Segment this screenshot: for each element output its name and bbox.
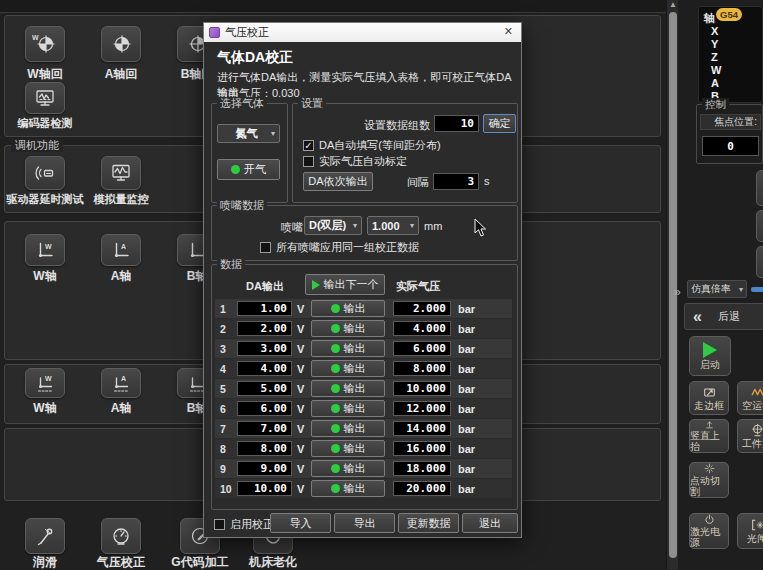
da-output-input[interactable]: 2.00 xyxy=(237,321,292,336)
dry-run-button[interactable]: 空运行 xyxy=(737,381,763,415)
import-button[interactable]: 导入 xyxy=(270,513,331,533)
da-sequential-button[interactable]: DA依次输出 xyxy=(303,172,373,191)
output-button[interactable]: 输出 xyxy=(311,320,385,337)
actual-pressure-input[interactable]: 6.000 xyxy=(393,341,451,356)
pressure-calibration-dialog: 气压校正 ✕ 气体DA校正 进行气体DA输出，测量实际气压填入表格，即可校正气体… xyxy=(203,22,522,538)
jog-cut-label: 点动切割 xyxy=(690,475,728,497)
focus-position-input[interactable]: 0 xyxy=(702,136,759,156)
actual-pressure-input[interactable]: 4.000 xyxy=(393,321,451,336)
output-button[interactable]: 输出 xyxy=(311,360,385,377)
pressure-unit: bar xyxy=(458,383,475,395)
w-axis-button[interactable]: W xyxy=(25,234,65,266)
data-count-input[interactable]: 10 xyxy=(434,115,479,132)
interval-input[interactable]: 3 xyxy=(433,173,479,190)
nozzle-type-value: D(双层) xyxy=(309,218,346,233)
w-axis-home-button[interactable]: W xyxy=(25,26,65,62)
actual-pressure-input[interactable]: 20.000 xyxy=(393,481,451,496)
sim-rate-dropdown[interactable]: 仿真倍率 ▾ xyxy=(687,280,747,298)
lubrication-button[interactable] xyxy=(25,518,65,554)
dry-run-label: 空运行 xyxy=(742,400,763,411)
encoder-check-button[interactable] xyxy=(25,82,65,114)
actual-pressure-input[interactable]: 8.000 xyxy=(393,361,451,376)
output-button[interactable]: 输出 xyxy=(311,400,385,417)
output-button[interactable]: 输出 xyxy=(311,420,385,437)
output-button[interactable]: 输出 xyxy=(311,380,385,397)
current-pressure-value: 0.030 xyxy=(272,87,300,99)
output-button[interactable]: 输出 xyxy=(311,340,385,357)
shutter-button[interactable]: 光闸 xyxy=(737,513,763,549)
output-button[interactable]: 输出 xyxy=(311,480,385,497)
scrollbar-up-icon[interactable]: ▲ xyxy=(669,0,677,9)
svg-text:A: A xyxy=(121,243,126,250)
actual-pressure-input[interactable]: 10.000 xyxy=(393,381,451,396)
start-button[interactable]: 启动 xyxy=(689,336,731,376)
actual-pressure-input[interactable]: 12.000 xyxy=(393,401,451,416)
auto-calibrate-checkbox[interactable]: 实际气压自动标定 xyxy=(303,154,407,169)
export-button[interactable]: 导出 xyxy=(334,513,395,533)
caret-down-icon: ▾ xyxy=(353,221,357,230)
actual-pressure-input[interactable]: 16.000 xyxy=(393,441,451,456)
laser-power-button[interactable]: 激光电源 xyxy=(689,513,729,549)
a-axis-button[interactable]: A xyxy=(101,234,141,266)
side-tool-button-1[interactable] xyxy=(756,170,763,206)
update-data-button[interactable]: 更新数据 xyxy=(398,513,459,533)
vertical-lift-button[interactable]: 竖直上抬 xyxy=(689,419,729,453)
actual-pressure-input[interactable]: 14.000 xyxy=(393,421,451,436)
workpiece-label: 工件置 xyxy=(742,438,763,449)
share-calibration-checkbox[interactable]: 所有喷嘴应用同一组校正数据 xyxy=(260,240,419,255)
output-next-button[interactable]: 输出下一个 xyxy=(305,274,385,295)
a-axis-button-2[interactable]: A xyxy=(101,368,141,398)
da-output-input[interactable]: 7.00 xyxy=(237,421,292,436)
checkbox-checked-icon[interactable]: ✓ xyxy=(303,140,314,151)
confirm-button[interactable]: 确定 xyxy=(483,114,516,133)
pressure-unit: bar xyxy=(458,443,475,455)
output-button-label: 输出 xyxy=(344,301,366,316)
jog-cut-button[interactable]: 点动切割 xyxy=(689,462,729,498)
sim-rate-slider[interactable] xyxy=(751,287,763,292)
output-button[interactable]: 输出 xyxy=(311,300,385,317)
col-actual-pressure: 实际气压 xyxy=(396,279,440,294)
da-output-input[interactable]: 8.00 xyxy=(237,441,292,456)
green-dot-icon xyxy=(331,344,340,353)
dialog-titlebar[interactable]: 气压校正 ✕ xyxy=(204,23,521,42)
da-output-input[interactable]: 10.00 xyxy=(237,481,292,496)
svg-text:W: W xyxy=(45,243,52,250)
nozzle-type-select[interactable]: D(双层) ▾ xyxy=(304,216,362,235)
driver-delay-test-button[interactable] xyxy=(25,156,65,190)
row-number: 8 xyxy=(220,443,226,455)
w-axis-button-2[interactable]: W xyxy=(25,368,65,398)
checkbox-unchecked-icon[interactable] xyxy=(214,519,225,530)
axis-return-icon: W xyxy=(32,32,58,56)
open-gas-button[interactable]: 开气 xyxy=(217,159,280,180)
da-output-input[interactable]: 1.00 xyxy=(237,301,292,316)
nozzle-size-select[interactable]: 1.000 ▾ xyxy=(367,216,419,235)
da-output-input[interactable]: 4.00 xyxy=(237,361,292,376)
exit-button[interactable]: 退出 xyxy=(462,513,518,533)
enable-calibration-checkbox[interactable]: 启用校正 xyxy=(214,517,274,532)
output-button[interactable]: 输出 xyxy=(311,460,385,477)
checkbox-unchecked-icon[interactable] xyxy=(260,242,271,253)
da-output-input[interactable]: 9.00 xyxy=(237,461,292,476)
pressure-calibration-button[interactable] xyxy=(101,518,141,554)
gas-select[interactable]: 氮气 ▾ xyxy=(217,124,280,143)
da-unit: V xyxy=(297,403,304,415)
workpiece-button[interactable]: 工件置 xyxy=(737,419,763,453)
actual-pressure-input[interactable]: 18.000 xyxy=(393,461,451,476)
actual-pressure-input[interactable]: 2.000 xyxy=(393,301,451,316)
da-output-input[interactable]: 5.00 xyxy=(237,381,292,396)
da-output-input[interactable]: 3.00 xyxy=(237,341,292,356)
close-icon[interactable]: ✕ xyxy=(504,25,513,38)
checkbox-unchecked-icon[interactable] xyxy=(303,156,314,167)
frame-run-button[interactable]: 走边框 xyxy=(689,381,729,415)
play-icon xyxy=(703,342,717,358)
laser-power-label: 激光电源 xyxy=(690,526,728,548)
side-tool-button-2[interactable] xyxy=(756,210,763,242)
side-tool-button-3[interactable] xyxy=(756,246,763,278)
a-axis-home-button[interactable] xyxy=(101,26,141,62)
back-button[interactable]: « 后退 xyxy=(684,303,763,330)
da-output-input[interactable]: 6.00 xyxy=(237,401,292,416)
output-button[interactable]: 输出 xyxy=(311,440,385,457)
panel-expander-icon[interactable]: » xyxy=(674,285,681,299)
auto-fill-checkbox[interactable]: ✓ DA自动填写(等间距分布) xyxy=(303,138,441,153)
analog-monitor-button[interactable] xyxy=(101,156,141,190)
